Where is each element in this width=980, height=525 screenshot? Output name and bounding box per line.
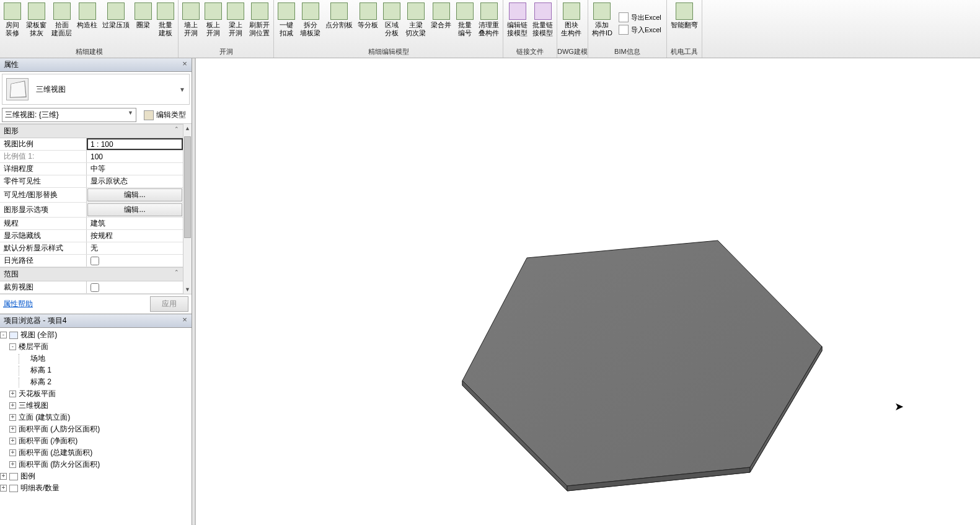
tree-node-label: 面积平面 (净面积) — [19, 436, 77, 446]
property-edit-button[interactable]: 编辑... — [87, 188, 182, 201]
ribbon-button[interactable]: 等分板 — [355, 1, 381, 46]
property-value[interactable]: 1 : 100 — [87, 138, 183, 150]
tree-node[interactable]: +图例 — [0, 470, 192, 482]
expand-icon[interactable]: + — [9, 390, 16, 397]
collapse-icon[interactable]: ⌃ — [174, 126, 179, 132]
property-row: 零件可见性显示原状态 — [0, 175, 183, 188]
scrollbar-thumb[interactable] — [184, 136, 191, 238]
expand-icon[interactable]: + — [0, 473, 7, 480]
tool-icon — [278, 2, 295, 20]
properties-title: 属性 × — [0, 58, 192, 72]
ribbon-small-label: 导入Excel — [631, 25, 661, 35]
ribbon-button[interactable]: 拆分 墙板梁 — [298, 1, 323, 46]
ribbon-button-label: 房间 装修 — [6, 21, 19, 37]
property-value[interactable] — [87, 281, 183, 293]
expand-icon[interactable]: + — [9, 414, 16, 421]
ribbon-button[interactable]: 过梁压顶 — [100, 1, 132, 46]
property-category-header[interactable]: 图形⌃ — [0, 124, 183, 138]
tree-node[interactable]: +面积平面 (总建筑面积) — [0, 447, 192, 459]
ribbon-button[interactable]: 墙上 开洞 — [180, 1, 202, 46]
ribbon-button[interactable]: 编辑链 接模型 — [505, 1, 530, 46]
property-category-header[interactable]: 范围⌃ — [0, 267, 183, 281]
tree-node[interactable]: +面积平面 (防火分区面积) — [0, 459, 192, 470]
tree-node[interactable]: 场地 — [0, 353, 192, 364]
tree-node-icon — [9, 485, 18, 492]
ribbon-button[interactable]: 区域 分板 — [381, 1, 403, 46]
ribbon-button[interactable]: 清理重 叠构件 — [476, 1, 501, 46]
ribbon-button-label: 清理重 叠构件 — [479, 21, 499, 37]
svg-marker-0 — [462, 240, 822, 486]
scroll-down-icon[interactable]: ▼ — [183, 285, 192, 294]
ribbon-button[interactable]: 智能翻弯 — [668, 1, 700, 46]
expand-icon[interactable]: + — [9, 402, 16, 409]
property-value[interactable] — [87, 255, 183, 267]
close-icon[interactable]: × — [180, 59, 190, 69]
tree-node[interactable]: -视图 (全部) — [0, 329, 192, 341]
tool-icon — [330, 2, 348, 20]
collapse-icon[interactable]: - — [9, 343, 16, 350]
edit-type-button[interactable]: 编辑类型 — [140, 108, 190, 121]
ribbon-button[interactable]: 梁上 开洞 — [224, 1, 247, 46]
tree-node[interactable]: 标高 1 — [0, 364, 192, 376]
ribbon-small-button[interactable]: 导出Excel — [615, 11, 665, 24]
ribbon-button[interactable]: 批量 建板 — [154, 1, 177, 46]
property-checkbox[interactable] — [90, 283, 99, 292]
expand-icon[interactable]: + — [9, 426, 16, 433]
ribbon: 房间 装修梁板窗 抹灰拾面 建面层构造柱过梁压顶圈梁批量 建板精细建模墙上 开洞… — [0, 0, 980, 58]
tree-node[interactable]: 标高 2 — [0, 376, 192, 388]
ribbon-button[interactable]: 拾面 建面层 — [49, 1, 74, 46]
instance-dropdown[interactable]: 三维视图: {三维} ▼ — [2, 108, 136, 122]
property-value[interactable]: 无 — [87, 242, 183, 254]
collapse-icon[interactable]: ⌃ — [174, 269, 179, 275]
ribbon-button[interactable]: 板上 开洞 — [202, 1, 224, 46]
property-row: 视图比例1 : 100 — [0, 138, 183, 151]
ribbon-group-title: 精细编辑模型 — [274, 46, 503, 58]
ribbon-button[interactable]: 一键 扣减 — [275, 1, 298, 46]
tree-node[interactable]: +天花板平面 — [0, 388, 192, 400]
property-label: 视图比例 — [0, 138, 87, 150]
property-edit-button[interactable]: 编辑... — [87, 203, 182, 216]
ribbon-button[interactable]: 刷新开 洞位置 — [247, 1, 272, 46]
view-canvas[interactable]: ➤ — [192, 58, 980, 525]
property-value[interactable]: 建筑 — [87, 218, 183, 229]
property-checkbox[interactable] — [90, 257, 99, 265]
ribbon-button[interactable]: 梁合并 — [428, 1, 454, 46]
tree-node[interactable]: +面积平面 (净面积) — [0, 435, 192, 447]
expand-icon[interactable]: + — [9, 461, 16, 468]
tree-node[interactable]: +立面 (建筑立面) — [0, 412, 192, 423]
property-value[interactable]: 中等 — [87, 163, 183, 175]
close-icon[interactable]: × — [180, 315, 190, 325]
property-value[interactable]: 按规程 — [87, 230, 183, 242]
tree-node[interactable]: +明细表/数量 — [0, 482, 192, 494]
tree-node[interactable]: +三维视图 — [0, 400, 192, 412]
project-browser-tree[interactable]: -视图 (全部)-楼层平面场地标高 1标高 2+天花板平面+三维视图+立面 (建… — [0, 328, 192, 525]
tree-node[interactable]: +面积平面 (人防分区面积) — [0, 423, 192, 435]
ribbon-button[interactable]: 图块 生构件 — [558, 1, 584, 46]
ribbon-button[interactable]: 批量链 接模型 — [530, 1, 555, 46]
ribbon-small-button[interactable]: 导入Excel — [615, 24, 665, 36]
ribbon-button[interactable]: 圈梁 — [132, 1, 154, 46]
properties-help-link[interactable]: 属性帮助 — [3, 299, 33, 309]
tree-node-label: 标高 1 — [30, 365, 51, 376]
ribbon-button[interactable]: 构造柱 — [74, 1, 100, 46]
property-value[interactable]: 100 — [87, 151, 183, 162]
scroll-up-icon[interactable]: ▲ — [183, 124, 192, 133]
ribbon-button[interactable]: 添加 构件ID — [589, 1, 615, 46]
model-geometry — [192, 58, 979, 525]
tree-node-label: 立面 (建筑立面) — [19, 412, 70, 423]
ribbon-button[interactable]: 批量 编号 — [454, 1, 476, 46]
ribbon-button[interactable]: 主梁 切次梁 — [403, 1, 428, 46]
expand-icon[interactable]: + — [9, 449, 16, 456]
scrollbar[interactable]: ▲ ▼ — [183, 124, 192, 294]
tree-node[interactable]: -楼层平面 — [0, 341, 192, 353]
expand-icon[interactable]: + — [0, 485, 7, 492]
type-selector[interactable]: 三维视图 ▼ — [2, 74, 190, 105]
ribbon-button[interactable]: 梁板窗 抹灰 — [24, 1, 49, 46]
ribbon-button[interactable]: 点分割板 — [323, 1, 355, 46]
property-value[interactable]: 显示原状态 — [87, 175, 183, 187]
apply-button[interactable]: 应用 — [150, 296, 188, 312]
expand-icon[interactable]: + — [9, 438, 16, 444]
collapse-icon[interactable]: - — [0, 332, 7, 338]
ribbon-button-label: 过梁压顶 — [102, 21, 130, 29]
ribbon-button[interactable]: 房间 装修 — [1, 1, 24, 46]
